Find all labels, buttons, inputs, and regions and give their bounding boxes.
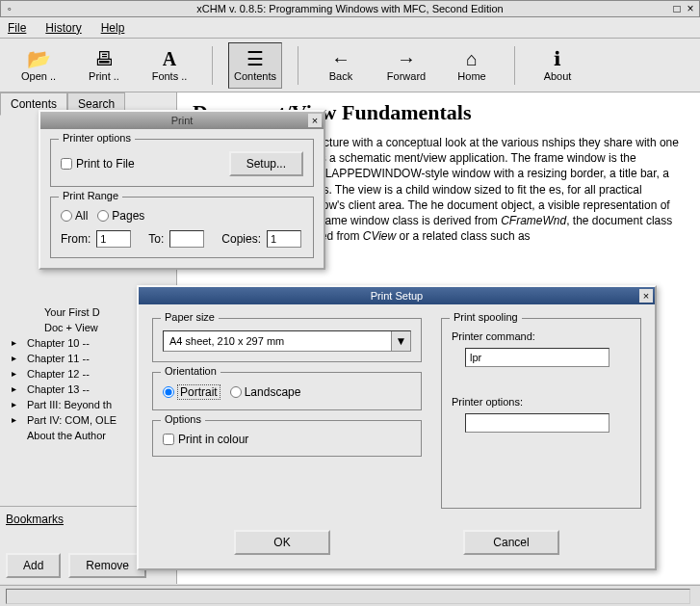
from-input[interactable] [96,230,131,248]
print-button[interactable]: 🖶Print .. [77,42,131,89]
close-icon[interactable]: × [639,289,653,303]
add-button[interactable]: Add [6,553,61,578]
spooling-group: Print spooling Printer command: Printer … [441,318,641,509]
remove-button[interactable]: Remove [68,553,146,578]
print-dialog: Print × Printer options Print to File Se… [39,110,325,270]
forward-button[interactable]: →Forward [379,42,433,89]
about-button[interactable]: ℹAbout [531,42,584,89]
print-range-group: Print Range All Pages From: To: Copies: [50,197,314,258]
print-dialog-title[interactable]: Print × [40,112,324,129]
from-label: From: [61,232,91,246]
orientation-group: Orientation Portrait Landscape [152,372,422,410]
cancel-button[interactable]: Cancel [463,530,559,555]
chevron-down-icon[interactable]: ▼ [391,331,410,351]
printer-command-input[interactable] [465,348,609,367]
close-icon[interactable]: × [308,114,322,127]
maximize-icon[interactable]: □ [670,2,684,15]
printer-options-group: Printer options Print to File Setup... [50,139,314,187]
back-icon: ← [331,49,350,68]
window-menu-icon[interactable]: ◦ [3,2,16,15]
toolbar: 📂Open .. 🖶Print .. AFonts .. ☰Contents ←… [0,39,700,92]
contents-button[interactable]: ☰Contents [228,42,282,89]
statusbar [0,585,700,606]
print-to-file-checkbox[interactable]: Print to File [61,157,135,171]
copies-input[interactable] [267,230,301,248]
menu-file[interactable]: File [8,21,26,35]
pages-radio[interactable]: Pages [97,209,144,223]
separator [212,46,213,85]
print-icon: 🖶 [94,49,114,68]
options-group: Options Print in colour [152,420,422,457]
to-label: To: [148,232,164,246]
paper-size-combo[interactable]: A4 sheet, 210 x 297 mm ▼ [163,330,411,352]
fonts-icon: A [163,49,176,68]
landscape-radio[interactable]: Landscape [230,385,301,399]
open-icon: 📂 [27,49,51,68]
printer-options-label: Printer options: [452,396,631,408]
forward-icon: → [397,49,416,68]
portrait-radio[interactable]: Portrait [163,384,220,400]
copies-label: Copies: [221,232,261,246]
fonts-button[interactable]: AFonts .. [143,42,196,89]
menu-help[interactable]: Help [101,21,125,35]
to-input[interactable] [169,230,204,248]
open-button[interactable]: 📂Open .. [12,42,65,89]
contents-icon: ☰ [246,49,264,68]
about-icon: ℹ [554,49,561,68]
paper-size-group: Paper size A4 sheet, 210 x 297 mm ▼ [152,318,422,362]
window-title: xCHM v. 0.8.5: Programming Windows with … [196,3,503,14]
print-setup-title[interactable]: Print Setup × [139,287,655,304]
separator [298,46,298,85]
printer-options-input[interactable] [465,413,609,433]
all-radio[interactable]: All [61,209,88,223]
back-button[interactable]: ←Back [314,42,368,89]
setup-button[interactable]: Setup... [229,151,303,176]
colour-checkbox[interactable]: Print in colour [163,433,411,446]
home-icon: ⌂ [466,49,478,68]
print-setup-dialog: Print Setup × Paper size A4 sheet, 210 x… [137,285,657,570]
main-titlebar: ◦ xCHM v. 0.8.5: Programming Windows wit… [0,0,700,17]
status-segment [6,589,690,604]
printer-command-label: Printer command: [452,330,631,342]
menu-history[interactable]: History [45,21,81,35]
close-icon[interactable]: × [684,2,697,15]
ok-button[interactable]: OK [234,530,330,555]
separator [514,46,515,85]
home-button[interactable]: ⌂Home [445,42,499,89]
menubar: File History Help [0,17,700,39]
